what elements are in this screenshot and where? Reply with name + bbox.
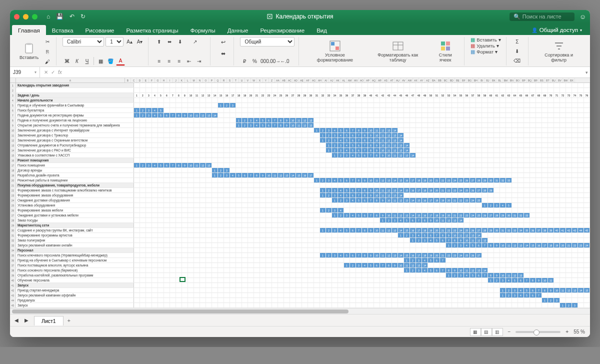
ribbon-tab-вставка[interactable]: Вставка: [46, 25, 80, 36]
ribbon-tab-рисование[interactable]: Рисование: [80, 25, 120, 36]
undo-icon[interactable]: ↶: [70, 13, 74, 20]
row-header[interactable]: 10: [10, 128, 16, 132]
column-header[interactable]: U: [239, 78, 245, 82]
column-header[interactable]: M: [191, 78, 197, 82]
align-bottom-icon[interactable]: ⬇: [176, 37, 184, 46]
table-row[interactable]: 9Открытие расчетного счета и получение т…: [10, 123, 590, 128]
column-header[interactable]: AQ: [371, 78, 377, 82]
row-header[interactable]: 22: [10, 188, 16, 192]
task-name-cell[interactable]: Запуск: [16, 303, 134, 308]
decimal-dec-icon[interactable]: ←.0: [280, 56, 289, 66]
column-header[interactable]: BJ: [485, 78, 491, 82]
table-row[interactable]: 1Календарь открытия заведения: [10, 83, 590, 88]
copy-icon[interactable]: ⎘: [43, 47, 52, 56]
table-row[interactable]: 31Формирование программы артистов1234567…: [10, 233, 590, 238]
expand-formula-bar-icon[interactable]: ▾: [586, 70, 588, 75]
zoom-slider[interactable]: [516, 331, 560, 333]
table-row[interactable]: 27Ожидание доставки и установка мебели12…: [10, 213, 590, 218]
redo-icon[interactable]: ↻: [80, 13, 86, 20]
table-row[interactable]: 19Разработка дизайн-проекта1234567891011…: [10, 173, 590, 178]
column-header[interactable]: BQ: [527, 78, 533, 82]
horizontal-scrollbar[interactable]: [10, 308, 590, 314]
column-header[interactable]: H: [161, 78, 167, 82]
task-name-cell[interactable]: Приезд на обучение в Сыктывкар с ключевы…: [16, 258, 134, 262]
task-name-cell[interactable]: Покупка оборудования, товара/продуктов, …: [16, 183, 134, 188]
page-layout-view-icon[interactable]: ▤: [481, 328, 492, 336]
format-as-table-button[interactable]: Форматировать как таблицу: [367, 39, 428, 64]
table-row[interactable]: 30Создание и раскрутка группы ВК, инстаг…: [10, 228, 590, 233]
task-name-cell[interactable]: Маркетинг/соц сети: [16, 223, 134, 228]
row-header[interactable]: 33: [10, 243, 16, 248]
font-color-button[interactable]: A: [116, 56, 125, 66]
row-header[interactable]: 30: [10, 228, 16, 232]
task-name-cell[interactable]: Формирование заказа с поставщиками алко/…: [16, 188, 134, 192]
column-header[interactable]: BG: [467, 78, 473, 82]
column-header[interactable]: W: [251, 78, 257, 82]
border-button[interactable]: ▦: [96, 56, 105, 66]
table-row[interactable]: 42Приезд стартап-менеджера12345678910111…: [10, 288, 590, 293]
column-header[interactable]: BD: [449, 78, 455, 82]
table-row[interactable]: 29Маркетинг/соц сети: [10, 223, 590, 228]
table-row[interactable]: 11Заключение договора с Триколор12345678…: [10, 133, 590, 138]
sheet-nav-next-icon[interactable]: ▶: [22, 316, 31, 325]
table-row[interactable]: 38Поиск основного персонала (барменов)12…: [10, 268, 590, 273]
merge-cells-icon[interactable]: ⬌: [216, 48, 230, 58]
column-header[interactable]: I: [167, 78, 173, 82]
row-header[interactable]: 17: [10, 163, 16, 168]
column-header[interactable]: AE: [299, 78, 305, 82]
column-header[interactable]: L: [185, 78, 191, 82]
column-header[interactable]: BF: [461, 78, 467, 82]
row-header[interactable]: 36: [10, 258, 16, 262]
task-name-cell[interactable]: Поиск поставщиков алкоголя, аутсорс каль…: [16, 263, 134, 268]
task-name-cell[interactable]: Формирование заказа оборудования: [16, 193, 134, 198]
column-header[interactable]: AS: [383, 78, 389, 82]
ribbon-tab-главная[interactable]: Главная: [12, 25, 46, 36]
confirm-formula-icon[interactable]: ✓: [51, 70, 55, 75]
column-header[interactable]: AC: [287, 78, 293, 82]
table-row[interactable]: 5Приезд и обучение франчайзи в Сыктывкар…: [10, 103, 590, 108]
row-header[interactable]: 3: [10, 93, 16, 98]
zoom-out-button[interactable]: −: [508, 329, 511, 334]
row-header[interactable]: 9: [10, 123, 16, 128]
name-box[interactable]: J39▾: [10, 67, 40, 78]
task-name-cell[interactable]: Поиск основного персонала (барменов): [16, 268, 134, 272]
fill-color-button[interactable]: 🪣: [106, 56, 115, 66]
ribbon-tab-формулы[interactable]: Формулы: [184, 25, 222, 36]
number-format-select[interactable]: Общий: [240, 37, 294, 46]
column-header[interactable]: O: [203, 78, 209, 82]
table-row[interactable]: 18Договор аренды123: [10, 168, 590, 173]
formula-input[interactable]: [64, 70, 588, 75]
column-header[interactable]: BW: [563, 78, 569, 82]
row-header[interactable]: 31: [10, 233, 16, 238]
column-header[interactable]: S: [227, 78, 233, 82]
column-header[interactable]: K: [179, 78, 185, 82]
wrap-text-icon[interactable]: ↩: [216, 37, 230, 47]
row-header[interactable]: 1: [10, 83, 16, 88]
row-header[interactable]: 4: [10, 98, 16, 102]
orientation-icon[interactable]: ↗: [190, 37, 200, 46]
task-name-cell[interactable]: Ремонт помещения: [16, 158, 134, 162]
column-header[interactable]: BS: [539, 78, 545, 82]
feedback-icon[interactable]: ☺: [580, 13, 586, 20]
column-header[interactable]: BM: [503, 78, 509, 82]
column-header[interactable]: AG: [311, 78, 317, 82]
task-name-cell[interactable]: [16, 88, 134, 92]
row-header[interactable]: 11: [10, 133, 16, 138]
row-header[interactable]: 6: [10, 108, 16, 112]
task-name-cell[interactable]: Подача документов на регистрацию фирмы: [16, 113, 134, 118]
row-header[interactable]: 42: [10, 288, 16, 292]
task-name-cell[interactable]: Приезд стартап-менеджера: [16, 288, 134, 292]
row-header[interactable]: 8: [10, 118, 16, 122]
column-header[interactable]: AP: [365, 78, 371, 82]
column-header[interactable]: X: [257, 78, 263, 82]
column-header[interactable]: BC: [443, 78, 449, 82]
row-header[interactable]: 13: [10, 143, 16, 148]
align-top-icon[interactable]: ⬆: [154, 37, 164, 46]
percent-icon[interactable]: %: [250, 56, 259, 66]
task-name-cell[interactable]: Заключение договора с Триколор: [16, 133, 134, 138]
column-header[interactable]: R: [221, 78, 227, 82]
table-row[interactable]: 25Установка оборудования12345: [10, 203, 590, 208]
task-name-cell[interactable]: Упаковка в соответствии с ХАССП: [16, 153, 134, 158]
table-row[interactable]: 16Ремонт помещения: [10, 158, 590, 163]
column-header[interactable]: AO: [359, 78, 365, 82]
